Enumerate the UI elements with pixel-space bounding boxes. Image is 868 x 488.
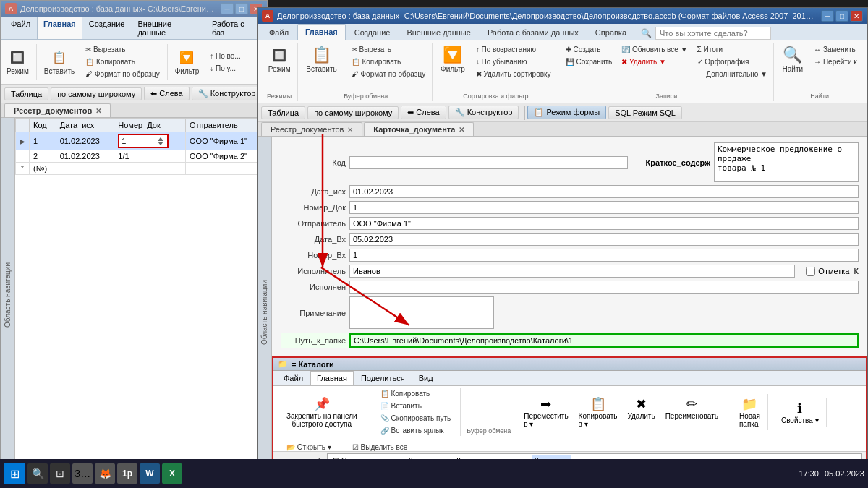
bg-format-btn[interactable]: 🖌 Формат по образцу [82, 69, 163, 80]
taskbar-app3-btn[interactable]: 1р [117, 463, 137, 484]
bg-nomer-field-1[interactable] [119, 135, 156, 147]
main-tab-create[interactable]: Создание [346, 25, 399, 40]
taskbar-search-btn[interactable]: 🔍 [27, 463, 48, 484]
explorer-copy2-btn[interactable]: 📋 Копироватьв ▾ [575, 394, 621, 430]
main-maximize-btn[interactable]: □ [835, 10, 848, 22]
main-replace-btn[interactable]: ↔ Заменить [810, 44, 861, 55]
bg-minimize-btn[interactable]: ─ [221, 3, 234, 14]
bg-cell-nomer-2[interactable]: 1/1 [114, 150, 186, 163]
explorer-copy-path-btn[interactable]: 📎 Скопировать путь [377, 413, 455, 424]
main-tab-external[interactable]: Внешние данные [399, 25, 478, 40]
main-tab-help[interactable]: Справка [587, 25, 634, 40]
bg-cell-nomer-1[interactable] [114, 132, 186, 150]
main-filter-btn[interactable]: 🔽 Фильтр [437, 44, 469, 75]
explorer-delete-btn[interactable]: ✖ Удалить [624, 394, 658, 430]
main-copy-btn[interactable]: 📋 Копировать [348, 56, 429, 67]
form-checkbox-otmetka[interactable] [806, 267, 815, 276]
main-toolbar-width-btn[interactable]: по самому широкому [307, 106, 399, 119]
form-input-data-ish[interactable] [349, 185, 859, 198]
main-close-btn[interactable]: ✕ [850, 10, 863, 22]
main-delete-btn[interactable]: ✖ Удалить ▼ [618, 56, 691, 67]
bg-tab-external[interactable]: Внешние данные [131, 17, 205, 39]
explorer-paste-shortcut-btn[interactable]: 🔗 Вставить ярлык [377, 425, 455, 436]
table-row[interactable]: 2 01.02.2023 1/1 ООО "Фирма 2" [16, 150, 266, 163]
form-input-ispolnitel[interactable] [349, 265, 795, 278]
start-btn[interactable]: ⊞ [4, 463, 25, 484]
main-refresh-btn[interactable]: 🔄 Обновить все ▼ [618, 44, 691, 55]
main-tab-home[interactable]: Главная [297, 24, 346, 40]
bg-nomer-arrows-1[interactable] [156, 137, 167, 146]
form-textarea-kratkoye[interactable]: Коммерческое предложение о продаже товар… [714, 142, 859, 182]
explorer-tab-share[interactable]: Поделиться [354, 371, 412, 385]
main-toolbar-left-btn[interactable]: ⬅ Слева [401, 106, 446, 119]
bg-mode-btn[interactable]: 🔲 Режим [3, 46, 33, 77]
explorer-open-btn[interactable]: 📂 Открыть ▾ [283, 442, 335, 453]
bg-cell-data-2[interactable]: 01.02.2023 [56, 150, 114, 163]
taskbar-app1-btn[interactable]: З… [72, 463, 93, 484]
main-nav-panel[interactable]: Область навигации [258, 137, 272, 487]
bg-nomer-input-1[interactable] [119, 135, 167, 147]
main-totals-btn[interactable]: Σ Итоги [694, 44, 771, 55]
bg-cell-kod-new[interactable]: (№) [30, 163, 56, 175]
bg-sort-asc-btn[interactable]: ↑ По во... [206, 51, 244, 61]
bg-doc-tab-close[interactable]: ✕ [95, 107, 101, 115]
bg-cell-otprav-new[interactable] [186, 163, 266, 175]
explorer-props-btn[interactable]: ℹ Свойства ▾ [778, 398, 822, 427]
main-format-btn[interactable]: 🖌 Формат по образцу [348, 69, 429, 80]
bg-tab-home[interactable]: Главная [37, 17, 82, 39]
form-input-nomer-vx[interactable] [349, 249, 859, 262]
bg-maximize-btn[interactable]: □ [235, 3, 248, 14]
main-new-btn[interactable]: ✚ Создать [562, 44, 616, 55]
explorer-pin-btn[interactable]: 📌 Закрепить на панелибыстрого доступа [283, 394, 361, 430]
main-spell-btn[interactable]: ✓ Орфография [694, 56, 771, 67]
explorer-paste-btn[interactable]: 📄 Вставить [377, 401, 455, 411]
main-tab-db[interactable]: Работа с базами данных [480, 25, 587, 40]
main-tab-file[interactable]: Файл [261, 25, 297, 40]
bg-cell-kod-1[interactable]: 1 [30, 132, 56, 150]
taskbar-taskview-btn[interactable]: ⊡ [50, 463, 70, 484]
explorer-newfolder-btn[interactable]: 📁 Новаяпапка [736, 394, 764, 430]
bg-cut-btn[interactable]: ✂ Вырезать [82, 44, 163, 55]
form-input-otpravitel[interactable] [349, 217, 859, 230]
bg-cell-kod-2[interactable]: 2 [30, 150, 56, 163]
explorer-rename-btn[interactable]: ✏ Переименовать [662, 394, 722, 430]
main-paste-btn[interactable]: 📋 Вставить [302, 44, 340, 75]
main-cut-btn[interactable]: ✂ Вырезать [348, 44, 429, 55]
taskbar-app2-btn[interactable]: 🦊 [95, 463, 115, 484]
main-doc-tab-register-close[interactable]: ✕ [347, 126, 353, 134]
form-input-put[interactable] [349, 333, 859, 348]
main-minimize-btn[interactable]: ─ [821, 10, 834, 22]
bg-copy-btn[interactable]: 📋 Копировать [82, 56, 163, 67]
bg-cell-otprav-2[interactable]: ООО "Фирма 2" [186, 150, 266, 163]
taskbar-word-btn[interactable]: W [140, 463, 160, 484]
table-row[interactable]: ▶ 1 01.02.2023 [16, 132, 266, 150]
bg-doc-tab-register[interactable]: Реестр_документов ✕ [4, 103, 111, 117]
main-toolbar-table-btn[interactable]: Таблица [261, 106, 305, 119]
bg-cell-nomer-new[interactable] [114, 163, 186, 175]
explorer-tab-view[interactable]: Вид [412, 371, 440, 385]
main-save-btn[interactable]: 💾 Сохранить [562, 56, 616, 67]
main-sort-asc-btn[interactable]: ↑ По возрастанию [472, 44, 555, 55]
main-more-btn[interactable]: ⋯ Дополнительно ▼ [694, 69, 771, 80]
main-toolbar-sql-btn[interactable]: SQL Режим SQL [608, 106, 682, 119]
bg-nav-panel[interactable]: Область навигации [1, 118, 15, 471]
main-doc-tab-register[interactable]: Реестр_документов ✕ [261, 122, 362, 136]
bg-filter-btn[interactable]: 🔽 Фильтр [171, 46, 203, 77]
bg-tab-work[interactable]: Работа с баз [205, 17, 263, 39]
main-search-input[interactable] [655, 27, 771, 40]
bg-sort-desc-btn[interactable]: ↓ По у... [206, 63, 244, 74]
explorer-move-btn[interactable]: ➡ Переместитьв ▾ [520, 394, 571, 430]
main-doc-tab-card-close[interactable]: ✕ [459, 126, 464, 134]
form-textarea-primechanie[interactable] [349, 296, 494, 329]
table-row[interactable]: * (№) [16, 163, 266, 175]
explorer-tab-home[interactable]: Главная [310, 371, 354, 385]
main-sort-desc-btn[interactable]: ↓ По убыванию [472, 56, 555, 67]
main-goto-btn[interactable]: → Перейти к [810, 56, 861, 67]
bg-tab-file[interactable]: Файл [4, 17, 37, 39]
bg-constructor-btn[interactable]: 🔧 Конструктор [192, 87, 263, 100]
main-doc-tab-card[interactable]: Карточка_документа ✕ [364, 122, 474, 136]
main-find-btn[interactable]: 🔍 Найти [779, 44, 807, 75]
explorer-tab-file[interactable]: Файл [277, 371, 310, 385]
bg-tab-create[interactable]: Создание [82, 17, 132, 39]
main-toolbar-constructor-btn[interactable]: 🔧 Конструктор [448, 106, 519, 119]
